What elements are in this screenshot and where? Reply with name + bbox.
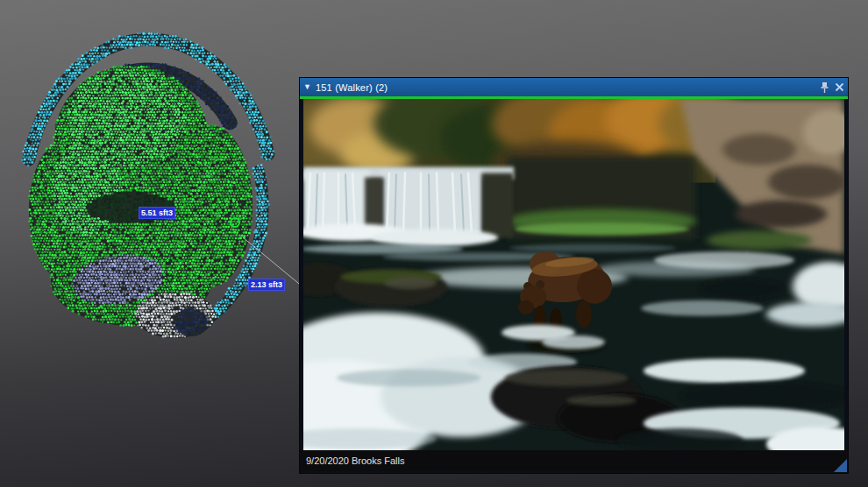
pin-icon[interactable] (820, 81, 829, 94)
volume-label-1: 5.51 sft3 (139, 207, 175, 219)
resize-grip-icon[interactable] (834, 459, 847, 472)
photo-window: ▼ 151 (Walker) (2) (299, 77, 849, 474)
window-title: 151 (Walker) (2) (316, 82, 815, 93)
photo-waterfall (303, 167, 514, 247)
pointcloud-canvas[interactable] (9, 26, 307, 368)
photo (303, 99, 844, 450)
volume-label-2: 2.13 sft3 (248, 279, 285, 291)
close-icon[interactable] (835, 82, 844, 92)
window-titlebar[interactable]: ▼ 151 (Walker) (2) (300, 78, 848, 96)
photo-rockwall (507, 157, 696, 240)
photo-caption: 9/20/2020 Brooks Falls (300, 455, 405, 466)
caption-bar: 9/20/2020 Brooks Falls (300, 450, 848, 471)
photo-image (303, 99, 844, 450)
collapse-icon[interactable]: ▼ (303, 83, 311, 91)
